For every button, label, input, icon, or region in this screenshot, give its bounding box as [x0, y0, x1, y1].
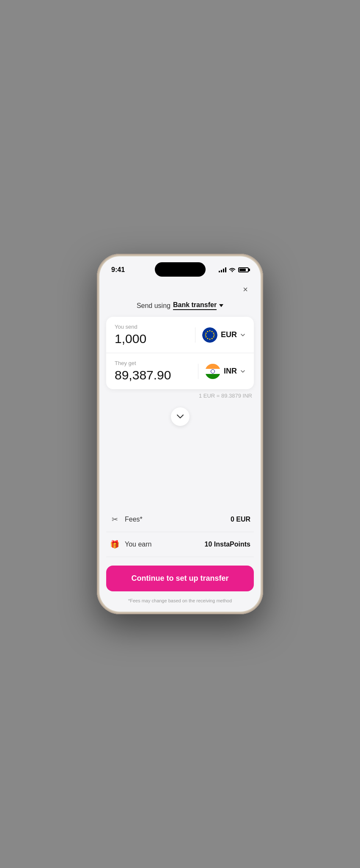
svg-point-1	[209, 330, 210, 331]
you-send-left: You send 1,000	[115, 324, 195, 346]
they-get-row: They get 89,387.90 INR	[106, 353, 254, 389]
eur-chevron	[240, 332, 245, 338]
svg-point-6	[212, 338, 213, 339]
dynamic-island	[155, 262, 206, 277]
svg-point-3	[213, 332, 214, 334]
you-send-amount[interactable]: 1,000	[115, 332, 195, 346]
svg-point-11	[205, 332, 206, 334]
you-send-label: You send	[115, 324, 195, 330]
they-get-currency-selector[interactable]: INR	[198, 364, 245, 379]
signal-icon	[219, 267, 226, 272]
you-send-row: You send 1,000	[106, 317, 254, 353]
they-get-left: They get 89,387.90	[115, 360, 198, 382]
cta-section: Continue to set up transfer	[99, 557, 261, 595]
send-method-value: Bank transfer	[173, 301, 217, 310]
inr-chevron	[240, 369, 245, 374]
inr-code: INR	[224, 367, 237, 376]
you-send-currency-selector[interactable]: EUR	[195, 327, 245, 343]
svg-point-8	[207, 338, 208, 339]
svg-point-7	[209, 338, 210, 340]
battery-icon	[238, 267, 249, 272]
send-method-prefix: Send using	[137, 302, 170, 310]
fees-value: 0 EUR	[231, 516, 250, 523]
fees-row: ✂ Fees* 0 EUR	[106, 507, 254, 532]
earn-value: 10 InstaPoints	[205, 541, 250, 548]
eur-flag	[202, 327, 217, 343]
they-get-amount[interactable]: 89,387.90	[115, 368, 198, 382]
gift-icon: 🎁	[110, 540, 120, 549]
header: ×	[99, 277, 261, 299]
currency-container: You send 1,000	[106, 317, 254, 389]
svg-point-9	[205, 336, 206, 337]
fees-label: Fees*	[125, 516, 231, 523]
status-time: 9:41	[111, 266, 125, 274]
close-button[interactable]: ×	[239, 283, 252, 296]
expand-button[interactable]	[171, 407, 190, 426]
eur-code: EUR	[221, 330, 237, 339]
send-method-selector[interactable]: Send using Bank transfer	[99, 299, 261, 317]
earn-label: You earn	[125, 541, 205, 548]
wifi-icon	[229, 267, 236, 273]
svg-point-0	[202, 327, 217, 343]
earn-row: 🎁 You earn 10 InstaPoints	[106, 532, 254, 557]
fees-section: ✂ Fees* 0 EUR 🎁 You earn 10 InstaPoints	[106, 507, 254, 557]
svg-point-2	[212, 331, 213, 332]
svg-point-4	[213, 334, 214, 335]
disclaimer: *Fees may change based on the receiving …	[99, 595, 261, 612]
chevron-down-icon	[177, 415, 184, 419]
main-content: × Send using Bank transfer You send 1,00…	[99, 277, 261, 612]
status-icons	[219, 267, 249, 273]
continue-button[interactable]: Continue to set up transfer	[106, 566, 254, 591]
inr-flag	[205, 364, 220, 379]
expand-section	[99, 407, 261, 426]
exchange-rate: 1 EUR = 89.3879 INR	[99, 389, 261, 401]
svg-point-5	[213, 336, 214, 337]
send-method-chevron	[219, 304, 223, 307]
spacer	[99, 433, 261, 507]
they-get-label: They get	[115, 360, 198, 366]
svg-point-10	[205, 334, 206, 335]
scissors-icon: ✂	[110, 515, 120, 524]
svg-point-12	[207, 331, 208, 332]
